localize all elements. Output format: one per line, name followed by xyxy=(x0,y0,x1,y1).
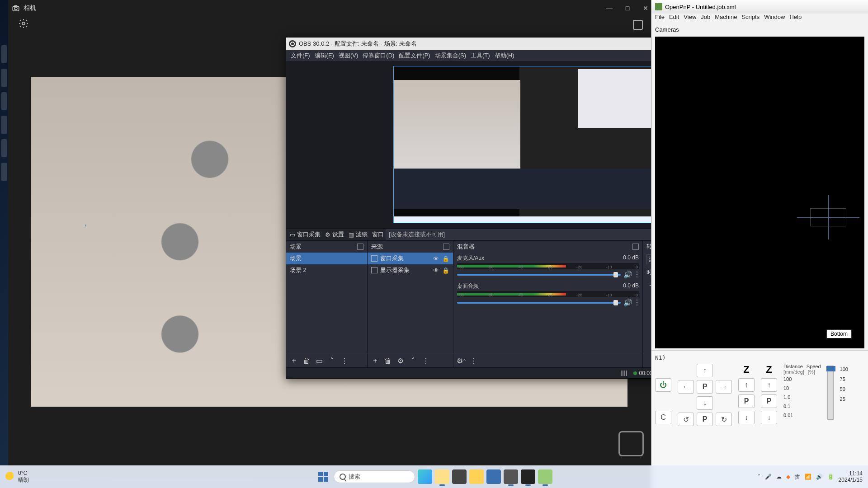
chevron-up-icon[interactable]: ˄ xyxy=(758,474,760,480)
park-z-button[interactable]: P xyxy=(738,394,755,408)
menu-job[interactable]: Job xyxy=(701,14,710,24)
camera-switch-icon[interactable] xyxy=(633,20,643,30)
scene-item[interactable]: 场景 2 xyxy=(286,264,367,276)
shutter-button[interactable] xyxy=(618,431,644,456)
distance-option[interactable]: 1.0 xyxy=(783,393,821,402)
menu-docks[interactable]: 停靠窗口(D) xyxy=(363,52,394,60)
weather-widget[interactable]: 0°C 晴朗 xyxy=(5,470,29,484)
distance-option[interactable]: 0.01 xyxy=(783,411,821,420)
volume-slider[interactable] xyxy=(457,302,621,304)
jog-up-button[interactable]: ↑ xyxy=(697,364,713,377)
popout-icon[interactable] xyxy=(443,244,449,250)
camera-titlebar[interactable]: 相机 — □ ✕ xyxy=(8,0,658,16)
menu-profile[interactable]: 配置文件(P) xyxy=(399,52,430,60)
filters-label[interactable]: 滤镜 xyxy=(356,230,368,239)
remove-scene-button[interactable]: 🗑 xyxy=(302,356,311,366)
maximize-button[interactable]: □ xyxy=(618,5,637,12)
menu-scripts[interactable]: Scripts xyxy=(741,14,760,24)
more-icon[interactable]: ⋮ xyxy=(633,298,639,307)
jog-down-button[interactable]: ↓ xyxy=(697,396,713,410)
more-icon[interactable]: ⋮ xyxy=(340,356,349,366)
menu-view[interactable]: View xyxy=(684,14,696,24)
taskbar-app[interactable] xyxy=(418,469,432,484)
rotate-cw-button[interactable]: ↻ xyxy=(716,413,732,426)
desktop-icon[interactable] xyxy=(1,69,7,87)
menu-file[interactable]: File xyxy=(655,14,665,24)
lock-toggle[interactable]: 🔒 xyxy=(442,255,449,262)
speaker-icon[interactable]: 🔊 xyxy=(623,270,631,279)
desktop-icon[interactable] xyxy=(1,116,7,134)
add-scene-button[interactable]: ＋ xyxy=(289,356,299,366)
taskbar-app-explorer[interactable] xyxy=(435,469,449,484)
menu-file[interactable]: 文件(F) xyxy=(291,52,310,60)
start-button[interactable] xyxy=(316,469,331,484)
move-up-button[interactable]: ˄ xyxy=(327,356,337,366)
popout-icon[interactable] xyxy=(357,244,363,250)
jog-z2-up-button[interactable]: ↑ xyxy=(761,378,777,392)
lock-toggle[interactable]: 🔒 xyxy=(442,267,449,274)
more-icon[interactable]: ⋮ xyxy=(421,356,431,366)
jog-left-button[interactable]: ← xyxy=(678,380,694,394)
onedrive-icon[interactable]: ☁ xyxy=(776,474,782,480)
desktop-icon[interactable] xyxy=(1,92,7,110)
distance-option[interactable]: 100 xyxy=(783,375,821,384)
add-source-button[interactable]: ＋ xyxy=(370,356,380,366)
taskbar-app[interactable] xyxy=(469,469,484,484)
speed-slider[interactable] xyxy=(827,366,834,420)
remove-source-button[interactable]: 🗑 xyxy=(383,356,393,366)
source-item[interactable]: 显示器采集 👁 🔒 xyxy=(368,264,453,276)
menu-scene-collection[interactable]: 场景集合(S) xyxy=(435,52,466,60)
taskbar-app-openpnp[interactable] xyxy=(538,469,552,484)
volume-slider[interactable] xyxy=(457,274,621,276)
menu-window[interactable]: Window xyxy=(764,14,785,24)
gear-icon[interactable] xyxy=(18,18,29,29)
more-icon[interactable]: ⋮ xyxy=(469,356,479,366)
app-tray-icon[interactable]: ◆ xyxy=(786,474,790,480)
taskbar[interactable]: 0°C 晴朗 搜索 ˄ 🎤 ☁ ◆ 拼 📶 🔊 🔋 11:14 2024/1/1… xyxy=(0,465,868,488)
battery-icon[interactable]: 🔋 xyxy=(827,474,834,480)
jog-z-down-button[interactable]: ↓ xyxy=(738,411,755,424)
taskbar-app-camera[interactable] xyxy=(504,469,518,484)
minimize-button[interactable]: — xyxy=(600,5,618,12)
jog-z-up-button[interactable]: ↑ xyxy=(738,378,755,392)
distance-option[interactable]: 0.1 xyxy=(783,402,821,411)
search-box[interactable]: 搜索 xyxy=(334,470,415,483)
menu-machine[interactable]: Machine xyxy=(715,14,737,24)
clear-button[interactable]: C xyxy=(655,411,671,424)
rotate-ccw-button[interactable]: ↺ xyxy=(678,413,694,426)
preview-canvas[interactable] xyxy=(393,66,674,223)
visibility-toggle[interactable]: 👁 xyxy=(432,255,439,262)
input-icon[interactable]: 拼 xyxy=(795,473,800,481)
menu-view[interactable]: 视图(V) xyxy=(339,52,358,60)
popout-icon[interactable] xyxy=(632,244,639,250)
menu-edit[interactable]: 编辑(E) xyxy=(315,52,334,60)
desktop-icon[interactable] xyxy=(1,139,7,157)
wifi-icon[interactable]: 📶 xyxy=(805,474,811,480)
system-tray[interactable]: ˄ 🎤 ☁ ◆ 拼 📶 🔊 🔋 11:14 2024/1/15 xyxy=(758,470,863,483)
mic-icon[interactable]: 🎤 xyxy=(765,474,772,480)
scene-filter-button[interactable]: ▭ xyxy=(314,356,324,366)
park-z2-button[interactable]: P xyxy=(761,394,777,408)
menu-tools[interactable]: 工具(T) xyxy=(471,52,490,60)
distance-option[interactable]: 10 xyxy=(783,384,821,393)
jog-right-button[interactable]: → xyxy=(716,380,732,394)
source-settings-button[interactable]: ⚙ xyxy=(396,356,406,366)
more-icon[interactable]: ⋮ xyxy=(633,270,639,279)
park-c-button[interactable]: P xyxy=(697,413,713,426)
menu-help[interactable]: Help xyxy=(789,14,802,24)
taskbar-app[interactable] xyxy=(486,469,501,484)
clock[interactable]: 11:14 2024/1/15 xyxy=(839,470,863,483)
camera-select[interactable]: Bottom xyxy=(826,329,852,338)
speaker-icon[interactable]: 🔊 xyxy=(623,298,631,307)
move-up-button[interactable]: ˄ xyxy=(408,356,418,366)
gear-icon[interactable]: ⚙ xyxy=(325,231,330,238)
volume-icon[interactable]: 🔊 xyxy=(816,474,823,480)
source-item[interactable]: 窗口采集 👁 🔒 xyxy=(368,253,453,264)
desktop-icon[interactable] xyxy=(1,45,7,63)
taskbar-app-obs[interactable] xyxy=(521,469,535,484)
menu-edit[interactable]: Edit xyxy=(669,14,679,24)
advanced-audio-button[interactable]: ⚙ˣ xyxy=(456,356,466,366)
jog-z2-down-button[interactable]: ↓ xyxy=(761,411,777,424)
openpnp-titlebar[interactable]: OpenPnP - Untitled.job.xml xyxy=(651,0,868,14)
scene-item[interactable]: 场景 xyxy=(286,253,367,264)
